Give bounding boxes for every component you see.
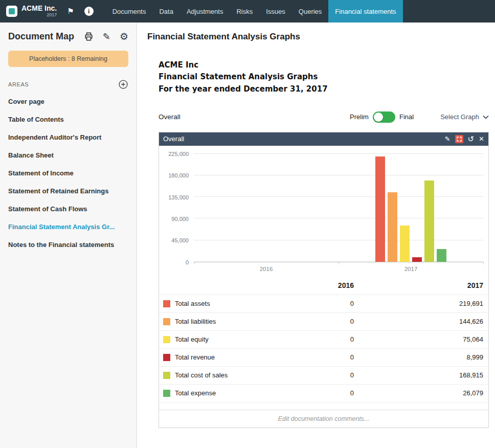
row-label: Total equity (175, 335, 209, 343)
legend-swatch (163, 300, 170, 307)
y-tick-label: 45,000 (171, 237, 189, 243)
x-axis-tick (339, 262, 339, 264)
nav-item-adjustments[interactable]: Adjustments (180, 0, 230, 23)
y-tick-label: 180,000 (168, 172, 189, 178)
sidebar-item-independent-auditors-report[interactable]: Independent Auditor's Report (0, 128, 137, 146)
section-label: Overall (159, 113, 350, 121)
row-label: Total assets (175, 300, 210, 307)
cell-2016: 0 (308, 353, 354, 361)
nav-item-queries[interactable]: Queries (292, 0, 329, 23)
cell-2016: 0 (308, 300, 354, 307)
nav-item-issues[interactable]: Issues (259, 0, 292, 23)
sidebar-item-statement-of-cash-flows[interactable]: Statement of Cash Flows (0, 200, 137, 218)
bar-group-2016 (194, 154, 339, 262)
print-icon[interactable] (84, 32, 94, 41)
x-axis-tick (194, 262, 194, 264)
info-icon[interactable]: i (79, 0, 99, 23)
chevron-down-icon (483, 115, 489, 119)
sidebar-item-balance-sheet[interactable]: Balance Sheet (0, 146, 137, 164)
nav-item-documents[interactable]: Documents (106, 0, 153, 23)
table-header-row: 2016 2017 (159, 279, 488, 295)
nav-item-risks[interactable]: Risks (230, 0, 259, 23)
panel-title: Overall (163, 135, 184, 143)
y-tick-label: 90,000 (171, 216, 189, 222)
select-graph-label: Select Graph (440, 113, 479, 121)
edit-pen-icon[interactable]: ✎ (103, 31, 110, 42)
x-axis-label: 2017 (339, 266, 483, 272)
areas-label: AREAS (8, 81, 118, 87)
doc-title-line: Financial Statement Analysis Graphs (159, 71, 489, 83)
cell-2016: 0 (308, 389, 354, 397)
legend-swatch (163, 318, 170, 325)
gear-icon[interactable]: ⚙ (120, 31, 128, 42)
sidebar-item-table-of-contents[interactable]: Table of Contents (0, 110, 137, 128)
comments-placeholder[interactable]: Edit documentation comments... (159, 410, 488, 428)
sidebar-item-cover-page[interactable]: Cover page (0, 93, 137, 110)
row-label: Total expense (175, 389, 216, 397)
legend-swatch (163, 372, 170, 379)
bar-group-2017 (339, 154, 483, 262)
legend-swatch (163, 336, 170, 343)
nav-item-data[interactable]: Data (152, 0, 179, 23)
y-tick-label: 225,000 (168, 151, 189, 157)
sidebar-item-statement-of-retained-earnings[interactable]: Statement of Retained Earnings (0, 182, 137, 200)
close-icon[interactable]: ✕ (479, 136, 484, 142)
bar-chart: 045,00090,000135,000180,000225,000 (159, 146, 488, 262)
edit-graph-icon[interactable]: ✎ (445, 136, 451, 142)
sidebar-item-statement-of-income[interactable]: Statement of Income (0, 164, 137, 182)
table-row[interactable]: Total revenue 0 8,999 (159, 348, 488, 366)
x-axis-tick (483, 262, 484, 264)
y-axis: 045,00090,000135,000180,000225,000 (162, 154, 194, 262)
main-menu: Documents Data Adjustments Risks Issues … (106, 0, 403, 23)
brand[interactable]: ACME Inc. 2017 (0, 0, 62, 23)
overall-graph-panel: Overall ✎ ↺ ✕ 045,00090,000135,000180,00… (159, 132, 489, 428)
summary-table: 2016 2017 Total assets 0 219,691 Total l… (159, 279, 488, 402)
chart-plot (194, 154, 483, 262)
bar-total-revenue-2017 (412, 257, 422, 261)
document-header: ACME Inc Financial Statement Analysis Gr… (159, 59, 489, 95)
info-icon-glyph: i (84, 7, 94, 16)
company-logo-icon (6, 6, 17, 17)
document-map-list: Cover page Table of Contents Independent… (0, 93, 137, 254)
cell-2017: 75,064 (354, 335, 484, 343)
sidebar-item-financial-statement-analysis[interactable]: Financial Statement Analysis Gr... (0, 218, 137, 236)
table-row[interactable]: Total assets 0 219,691 (159, 295, 488, 312)
panel-header: Overall ✎ ↺ ✕ (159, 132, 488, 146)
page-title: Financial Statement Analysis Graphs (147, 32, 489, 42)
prelim-label: Prelim (350, 113, 369, 121)
bar-total-assets-2017 (375, 156, 385, 262)
table-row[interactable]: Total liabilities 0 144,626 (159, 312, 488, 330)
row-label: Total revenue (175, 353, 215, 361)
top-navbar: ACME Inc. 2017 ⚑ i Documents Data Adjust… (0, 0, 495, 23)
doc-company-line: ACME Inc (159, 59, 489, 71)
add-area-icon[interactable] (118, 79, 128, 89)
undo-icon[interactable]: ↺ (468, 135, 475, 143)
placeholders-badge[interactable]: Placeholders : 8 Remaining (8, 51, 128, 67)
expand-icon[interactable] (455, 135, 463, 143)
cell-2016: 0 (308, 335, 354, 343)
final-label: Final (399, 113, 414, 121)
y-tick-label: 0 (186, 259, 189, 265)
flag-icon[interactable]: ⚑ (62, 0, 79, 23)
prelim-final-toggle[interactable] (373, 111, 395, 123)
bar-total-liabilities-2017 (388, 192, 397, 262)
x-axis-labels: 20162017 (194, 266, 483, 272)
table-row[interactable]: Total cost of sales 0 168,915 (159, 366, 488, 384)
bar-total-cost-of-sales-2017 (424, 181, 434, 261)
table-row[interactable]: Total expense 0 26,079 (159, 384, 488, 402)
table-row[interactable]: Total equity 0 75,064 (159, 330, 488, 348)
row-label: Total cost of sales (175, 371, 228, 379)
column-header-2017: 2017 (354, 281, 484, 289)
cell-2016: 0 (308, 371, 354, 379)
main-content: Financial Statement Analysis Graphs ACME… (137, 23, 495, 448)
cell-2017: 26,079 (354, 389, 484, 397)
sidebar-item-notes-to-financial-statements[interactable]: Notes to the Financial statements (0, 236, 137, 254)
document-map-title: Document Map (8, 31, 75, 42)
select-graph-dropdown[interactable]: Select Graph (440, 113, 489, 121)
row-label: Total liabilities (175, 318, 216, 325)
cell-2016: 0 (308, 318, 354, 325)
nav-item-financial-statements[interactable]: Financial statements (328, 0, 402, 23)
y-tick-label: 135,000 (168, 194, 189, 200)
legend-swatch (163, 354, 170, 361)
cell-2017: 219,691 (354, 300, 484, 307)
